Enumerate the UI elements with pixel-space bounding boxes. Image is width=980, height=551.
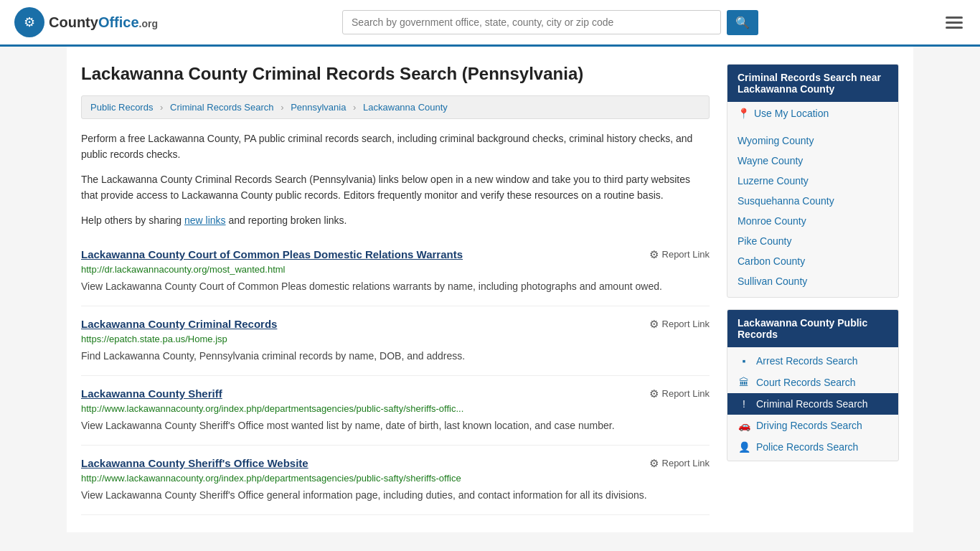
result-url: http://www.lackawannacounty.org/index.ph…	[81, 473, 710, 484]
report-icon: ⚙	[649, 248, 659, 261]
report-link-label: Report Link	[662, 249, 710, 260]
result-item: Lackawanna County Sheriff ⚙ Report Link …	[81, 376, 710, 446]
report-link-label: Report Link	[662, 458, 710, 468]
pub-record-item: 🏛 Court Records Search	[727, 372, 898, 393]
breadcrumb-criminal-records[interactable]: Criminal Records Search	[170, 102, 274, 113]
nearby-county-link[interactable]: Carbon County	[727, 251, 898, 271]
pub-record-item: ! Criminal Records Search	[727, 393, 898, 415]
pub-record-icon: 🏛	[738, 377, 750, 388]
nearby-county-item: Pike County	[727, 231, 898, 251]
result-title-link[interactable]: Lackawanna County Sheriff's Office Websi…	[81, 457, 308, 469]
content-area: Lackawanna County Criminal Records Searc…	[81, 64, 710, 515]
result-title-link[interactable]: Lackawanna County Sheriff	[81, 387, 222, 400]
breadcrumb-public-records[interactable]: Public Records	[90, 102, 153, 113]
nearby-county-item: Wayne County	[727, 151, 898, 171]
public-records-header: Lackawanna County Public Records	[727, 310, 898, 347]
search-area: 🔍	[342, 10, 758, 35]
report-link-button[interactable]: ⚙ Report Link	[649, 457, 710, 470]
pub-record-link[interactable]: ! Criminal Records Search	[727, 393, 898, 415]
pub-record-link[interactable]: 🚗 Driving Records Search	[727, 415, 898, 436]
result-title-row: Lackawanna County Sheriff's Office Websi…	[81, 457, 710, 470]
public-records-section: Lackawanna County Public Records ▪ Arres…	[727, 309, 899, 461]
description-para2: The Lackawanna County Criminal Records S…	[81, 171, 710, 204]
use-my-location-button[interactable]: 📍 Use My Location	[727, 102, 898, 125]
pub-record-item: 🚗 Driving Records Search	[727, 415, 898, 436]
result-title-row: Lackawanna County Criminal Records ⚙ Rep…	[81, 318, 710, 331]
nearby-county-link[interactable]: Wyoming County	[727, 131, 898, 151]
report-link-label: Report Link	[662, 388, 710, 399]
report-link-button[interactable]: ⚙ Report Link	[649, 387, 710, 400]
description-para3: Help others by sharing new links and rep…	[81, 212, 710, 228]
report-link-button[interactable]: ⚙ Report Link	[649, 318, 710, 331]
result-description: View Lackawanna County Court of Common P…	[81, 279, 710, 294]
logo-area: ⚙ CountyOffice.org	[14, 7, 158, 37]
search-button[interactable]: 🔍	[727, 10, 758, 35]
result-title-link[interactable]: Lackawanna County Court of Common Pleas …	[81, 248, 463, 260]
result-item: Lackawanna County Criminal Records ⚙ Rep…	[81, 306, 710, 376]
pub-record-icon: !	[738, 398, 750, 410]
pub-record-icon: 👤	[738, 441, 750, 453]
result-description: Find Lackawanna County, Pennsylvania cri…	[81, 349, 710, 364]
pub-record-label: Arrest Records Search	[756, 355, 858, 367]
nearby-county-item: Wyoming County	[727, 131, 898, 151]
result-description: View Lackawanna County Sheriff's Office …	[81, 488, 710, 503]
result-description: View Lackawanna County Sheriff's Office …	[81, 418, 710, 433]
breadcrumb-lackawanna[interactable]: Lackawanna County	[363, 102, 448, 113]
public-records-list: ▪ Arrest Records Search 🏛 Court Records …	[727, 347, 898, 461]
logo-text: CountyOffice.org	[49, 14, 158, 31]
nearby-county-item: Luzerne County	[727, 171, 898, 191]
nearby-county-link[interactable]: Sullivan County	[727, 271, 898, 291]
result-title-link[interactable]: Lackawanna County Criminal Records	[81, 318, 277, 330]
nearby-county-link[interactable]: Luzerne County	[727, 171, 898, 191]
menu-button[interactable]	[943, 14, 966, 32]
pub-record-label: Criminal Records Search	[756, 398, 868, 410]
pub-record-label: Police Records Search	[756, 441, 858, 453]
result-item: Lackawanna County Court of Common Pleas …	[81, 237, 710, 306]
nearby-county-link[interactable]: Pike County	[727, 231, 898, 251]
result-title-row: Lackawanna County Sheriff ⚙ Report Link	[81, 387, 710, 400]
nearby-county-item: Carbon County	[727, 251, 898, 271]
pub-record-item: 👤 Police Records Search	[727, 436, 898, 458]
result-url: https://epatch.state.pa.us/Home.jsp	[81, 334, 710, 344]
logo-icon: ⚙	[14, 7, 44, 37]
pub-record-link[interactable]: 👤 Police Records Search	[727, 436, 898, 458]
nearby-county-list: Wyoming CountyWayne CountyLuzerne County…	[727, 125, 898, 297]
new-links-link[interactable]: new links	[184, 215, 226, 226]
report-icon: ⚙	[649, 457, 659, 470]
result-url: http://dr.lackawannacounty.org/most_want…	[81, 264, 710, 275]
report-icon: ⚙	[649, 318, 659, 331]
location-icon: 📍	[738, 108, 750, 119]
pub-record-icon: ▪	[738, 355, 750, 367]
pub-record-label: Court Records Search	[756, 377, 856, 388]
pub-record-link[interactable]: 🏛 Court Records Search	[727, 372, 898, 393]
nearby-county-item: Monroe County	[727, 211, 898, 231]
results-list: Lackawanna County Court of Common Pleas …	[81, 237, 710, 515]
nearby-county-link[interactable]: Wayne County	[727, 151, 898, 171]
nearby-header: Criminal Records Search near Lackawanna …	[727, 65, 898, 102]
site-header: ⚙ CountyOffice.org 🔍	[0, 0, 980, 47]
nearby-section: Criminal Records Search near Lackawanna …	[727, 64, 899, 298]
search-input[interactable]	[342, 10, 721, 34]
nearby-county-item: Sullivan County	[727, 271, 898, 291]
pub-record-item: ▪ Arrest Records Search	[727, 350, 898, 372]
report-icon: ⚙	[649, 387, 659, 400]
report-link-button[interactable]: ⚙ Report Link	[649, 248, 710, 261]
pub-record-icon: 🚗	[738, 420, 750, 431]
description-para1: Perform a free Lackawanna County, PA pub…	[81, 131, 710, 163]
result-url: http://www.lackawannacounty.org/index.ph…	[81, 403, 710, 414]
breadcrumb-pennsylvania[interactable]: Pennsylvania	[291, 102, 346, 113]
report-link-label: Report Link	[662, 319, 710, 329]
sidebar: Criminal Records Search near Lackawanna …	[727, 64, 899, 515]
result-title-row: Lackawanna County Court of Common Pleas …	[81, 248, 710, 261]
result-item: Lackawanna County Sheriff's Office Websi…	[81, 446, 710, 515]
nearby-county-item: Susquehanna County	[727, 191, 898, 211]
pub-record-link[interactable]: ▪ Arrest Records Search	[727, 350, 898, 372]
main-container: Lackawanna County Criminal Records Searc…	[67, 47, 913, 532]
nearby-county-link[interactable]: Susquehanna County	[727, 191, 898, 211]
breadcrumb: Public Records › Criminal Records Search…	[81, 95, 710, 119]
nearby-county-link[interactable]: Monroe County	[727, 211, 898, 231]
pub-record-label: Driving Records Search	[756, 420, 862, 431]
page-title: Lackawanna County Criminal Records Searc…	[81, 64, 710, 84]
